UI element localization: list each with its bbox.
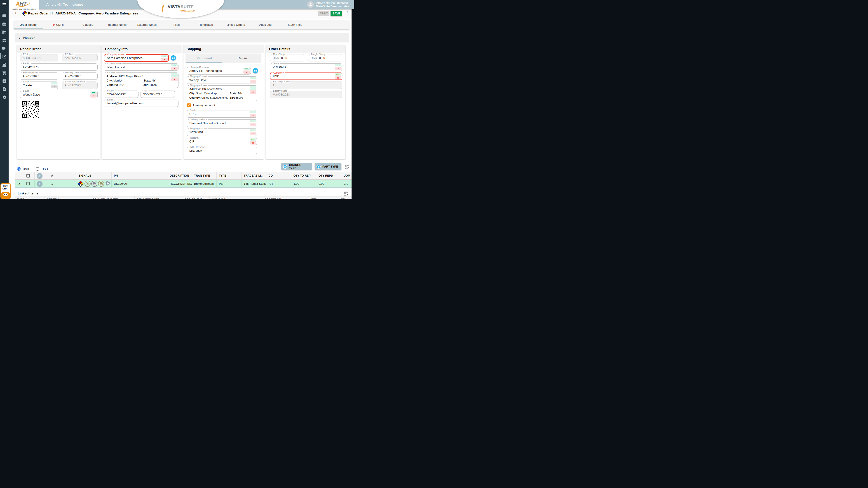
calendar-plus-icon: [2, 79, 6, 83]
menu-hamburger-icon[interactable]: [2, 3, 6, 7]
tab-stock-files[interactable]: Stock Files: [280, 20, 310, 29]
carrier-clear-button[interactable]: ×: [250, 113, 256, 117]
follow-up-date-field[interactable]: Follow up DateApr/17/2025: [20, 72, 58, 80]
gear-icon: [2, 95, 6, 100]
sidebar-item-schedule[interactable]: [2, 79, 6, 83]
view-company-button[interactable]: [171, 55, 176, 61]
tab-external-notes[interactable]: External Notes: [132, 20, 162, 29]
contact-name-field[interactable]: Contact NameJillian Forrest •••×: [104, 63, 179, 71]
delivery-date-field[interactable]: Delivery DateApr/24/2025: [62, 72, 98, 80]
row-signals: LOS LOR: [77, 181, 112, 187]
currency-clear-button[interactable]: ×: [335, 76, 341, 79]
address-field[interactable]: Address Address: 6123 Mayor Pkwy S City:…: [104, 72, 179, 88]
incoterm-lookup-button[interactable]: •••: [250, 138, 256, 141]
company-lookup-button[interactable]: •••: [161, 55, 168, 57]
header-section-toggle[interactable]: ∨ Header: [15, 33, 349, 42]
freight-charge-field[interactable]: Freight Charge USD0.00: [308, 54, 342, 61]
sidebar-item-purchasing[interactable]: [2, 71, 6, 75]
delivery-methods-field[interactable]: Delivery MethodsStandard Ground - Ground…: [187, 120, 257, 127]
sidebar-item-pos[interactable]: [2, 63, 6, 67]
status-lookup-button[interactable]: •••: [51, 82, 58, 85]
company-name-field[interactable]: Company Name *Aero Paradise Enterprises …: [104, 54, 169, 62]
sidebar-item-settings[interactable]: [2, 95, 6, 100]
tab-outbound[interactable]: Outbound: [186, 54, 223, 63]
sidebar-item-company[interactable]: [2, 30, 6, 35]
status-field[interactable]: StatusCreated •••×: [20, 82, 58, 89]
delivery-methods-clear-button[interactable]: ×: [250, 123, 256, 126]
shipping-account-lookup-button[interactable]: •••: [250, 129, 256, 131]
sidebar-item-toolbox[interactable]: [2, 13, 6, 18]
tab-templates[interactable]: Templates: [191, 20, 221, 29]
print-button[interactable]: PRINT: [318, 11, 329, 16]
save-button[interactable]: SAVE: [331, 11, 342, 16]
back-button[interactable]: ‹: [15, 10, 17, 16]
buyer-clear-button[interactable]: ×: [90, 94, 97, 98]
shipping-contact-clear-button[interactable]: ×: [250, 80, 256, 83]
terms-lookup-button[interactable]: •••: [335, 64, 342, 66]
inco-remarks-field[interactable]: INCO RemarksMN, USA: [187, 147, 257, 154]
open-row-button[interactable]: ›: [37, 181, 42, 187]
tab-linked-orders[interactable]: Linked Orders: [221, 20, 251, 29]
ref-no-field[interactable]: Ref NoAP6423375: [20, 63, 98, 71]
view-shipping-company-button[interactable]: [253, 68, 258, 73]
sidebar-item-briefcase[interactable]: [2, 22, 6, 26]
currency-radio-selected[interactable]: [17, 167, 21, 171]
shipping-company-field[interactable]: Shipping CompanyAmbry Hill Technologies …: [187, 67, 251, 74]
currency-field[interactable]: Currency *USD •••×: [270, 72, 342, 80]
company-clear-button[interactable]: ×: [161, 58, 168, 61]
tab-clauses[interactable]: Clauses: [73, 20, 102, 29]
edit-columns-button[interactable]: [344, 164, 349, 169]
carrier-lookup-button[interactable]: •••: [250, 111, 256, 113]
fax-field[interactable]: Fax555-764-5225: [141, 91, 175, 98]
phone-field[interactable]: Phone555-764-5237: [104, 91, 138, 98]
collapse-row-button[interactable]: ∧: [18, 182, 21, 185]
shipping-account-field[interactable]: Shipping Account1ZY98801 •••×: [187, 129, 257, 136]
tab-audit-log[interactable]: Audit Log: [251, 20, 280, 29]
shipping-address-lookup-button[interactable]: •••: [250, 86, 256, 90]
shipping-address-clear-button[interactable]: ×: [250, 90, 256, 94]
use-my-account-checkbox[interactable]: ✓: [187, 103, 191, 107]
edit-rows-button[interactable]: [37, 173, 42, 178]
shipping-company-lookup-button[interactable]: •••: [243, 68, 250, 70]
buyer-lookup-button[interactable]: •••: [90, 92, 97, 94]
misc-charge-field[interactable]: Misc Charge USD0.00: [270, 54, 304, 61]
sidebar-item-orders[interactable]: [2, 55, 6, 59]
terms-clear-button[interactable]: ×: [335, 67, 342, 70]
shipping-account-clear-button[interactable]: ×: [250, 132, 256, 135]
tab-files[interactable]: Files: [162, 20, 191, 29]
carrier-field[interactable]: CarrierUPS •••×: [187, 110, 257, 118]
address-lookup-button[interactable]: •••: [171, 73, 178, 77]
row-checkbox[interactable]: [26, 182, 30, 185]
live-chat-widget[interactable]: LIVECHAT: [0, 183, 11, 199]
buyer-field[interactable]: BuyerWendy Daye •••×: [20, 91, 98, 98]
address-clear-button[interactable]: ×: [171, 77, 178, 81]
add-charge-type-button[interactable]: +CHARGE TYPE: [281, 163, 312, 170]
delivery-methods-lookup-button[interactable]: •••: [250, 120, 256, 122]
tab-order-header[interactable]: Order Header: [14, 20, 43, 29]
user-avatar[interactable]: [307, 1, 314, 8]
contact-clear-button[interactable]: ×: [171, 67, 178, 70]
tab-internal-notes[interactable]: Internal Notes: [102, 20, 132, 29]
shipping-address-field[interactable]: Shipping Address Address: 134 Adams Stre…: [187, 85, 257, 101]
exchange-rate-field: Exchange Rate1: [270, 82, 342, 89]
select-all-checkbox[interactable]: [26, 174, 30, 177]
sidebar-item-inventory[interactable]: [2, 38, 6, 43]
currency-lookup-button[interactable]: •••: [335, 73, 341, 76]
currency-radio-unselected[interactable]: [36, 167, 39, 171]
more-menu-button[interactable]: ⋮: [345, 10, 349, 15]
sidebar-item-shipping[interactable]: [2, 46, 6, 51]
shipping-company-clear-button[interactable]: ×: [243, 70, 250, 74]
tab-udfs[interactable]: UDFs: [43, 20, 73, 29]
add-part-type-button[interactable]: +PART TYPE: [315, 163, 341, 170]
shipping-contact-field[interactable]: Shipping ContactWendy Daye •••×: [187, 76, 257, 84]
tab-return[interactable]: Return: [223, 54, 261, 63]
item-row[interactable]: ∧ › 1 LOS LOR DK120/90 RECORDER BEA... B…: [15, 180, 351, 188]
terms-field[interactable]: TermsPREPAID •••×: [270, 63, 342, 71]
shipping-contact-lookup-button[interactable]: •••: [250, 77, 256, 79]
sidebar-item-documents[interactable]: [2, 87, 6, 92]
email-field[interactable]: Emailjforrest@aeroparadise.com: [104, 100, 179, 107]
contact-lookup-button[interactable]: •••: [171, 64, 178, 66]
incoterm-clear-button[interactable]: ×: [250, 141, 256, 144]
incoterm-field[interactable]: IncotermCIF •••×: [187, 138, 257, 145]
edit-linked-columns-button[interactable]: [344, 191, 349, 196]
